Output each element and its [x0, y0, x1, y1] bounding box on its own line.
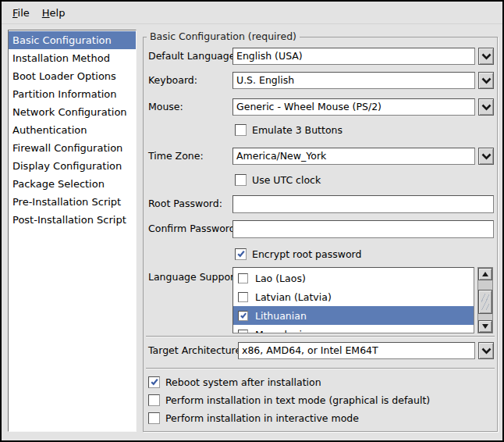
- time-zone-label: Time Zone:: [148, 148, 204, 165]
- text-mode-install-label: Perform installation in text mode (graph…: [165, 394, 430, 406]
- default-language-dropdown-button[interactable]: [478, 48, 494, 65]
- sidebar-item-basic-configuration[interactable]: Basic Configuration: [9, 31, 136, 49]
- keyboard-combo: U.S. English: [232, 72, 494, 89]
- encrypt-root-password-label: Encrypt root password: [252, 248, 361, 260]
- emulate-3-buttons-label: Emulate 3 Buttons: [252, 124, 343, 136]
- list-item-lithuanian[interactable]: Lithuanian: [233, 306, 474, 325]
- list-item-latvian[interactable]: Latvian (Latvia): [233, 287, 474, 306]
- mouse-dropdown-button[interactable]: [478, 98, 494, 116]
- target-architecture-value[interactable]: x86, AMD64, or Intel EM64T: [238, 342, 475, 359]
- chevron-down-icon: [481, 104, 492, 111]
- check-icon: [236, 249, 246, 258]
- list-item-label: Latvian (Latvia): [255, 291, 332, 303]
- chevron-down-icon: [481, 153, 492, 160]
- checkbox-icon: [235, 248, 247, 260]
- reboot-after-install-label: Reboot system after installation: [165, 376, 321, 388]
- keyboard-dropdown-button[interactable]: [478, 72, 494, 89]
- text-mode-install-checkbox[interactable]: Perform installation in text mode (graph…: [148, 394, 430, 406]
- check-icon: [240, 312, 247, 319]
- checkbox-icon: [235, 174, 247, 186]
- list-item-lao[interactable]: Lao (Laos): [233, 269, 474, 287]
- checkbox-icon: [148, 412, 160, 424]
- sidebar-item-boot-loader-options[interactable]: Boot Loader Options: [9, 67, 136, 85]
- menubar: File Help: [2, 2, 502, 24]
- list-item-label: Lao (Laos): [255, 273, 306, 284]
- checkbox-icon[interactable]: [238, 273, 248, 283]
- scroll-up-button[interactable]: [478, 268, 492, 280]
- list-item-macedonian[interactable]: Macedonian: [233, 325, 474, 333]
- time-zone-value[interactable]: America/New_York: [232, 148, 475, 165]
- menu-help-label: elp: [50, 7, 66, 19]
- basic-configuration-panel: Basic Configuration (required) Default L…: [143, 37, 498, 432]
- panel-title: Basic Configuration (required): [147, 30, 300, 42]
- sidebar-item-package-selection[interactable]: Package Selection: [9, 175, 136, 193]
- mouse-label: Mouse:: [148, 98, 183, 116]
- scroll-down-button[interactable]: [478, 320, 492, 333]
- root-password-input[interactable]: [232, 195, 494, 213]
- sidebar-item-network-configuration[interactable]: Network Configuration: [9, 103, 136, 121]
- interactive-install-label: Perform installation in interactive mode: [165, 412, 359, 424]
- list-item-label: Lithuanian: [255, 310, 307, 322]
- triangle-down-icon: [482, 324, 488, 329]
- chevron-down-icon: [481, 348, 492, 355]
- scrollbar-thumb[interactable]: [478, 290, 492, 314]
- checkbox-icon[interactable]: [238, 330, 248, 334]
- chevron-down-icon: [481, 53, 492, 60]
- sidebar-item-firewall-configuration[interactable]: Firewall Configuration: [9, 139, 136, 157]
- sidebar-item-pre-installation-script[interactable]: Pre-Installation Script: [9, 193, 136, 211]
- target-architecture-dropdown-button[interactable]: [478, 342, 494, 359]
- checkbox-icon[interactable]: [238, 292, 248, 302]
- triangle-up-icon: [482, 272, 488, 276]
- check-icon: [150, 377, 159, 387]
- sidebar-item-authentication[interactable]: Authentication: [9, 121, 136, 139]
- interactive-install-checkbox[interactable]: Perform installation in interactive mode: [148, 412, 359, 424]
- confirm-password-label: Confirm Password:: [148, 220, 239, 237]
- emulate-3-buttons-checkbox[interactable]: Emulate 3 Buttons: [235, 123, 343, 136]
- menu-file[interactable]: File: [6, 4, 36, 22]
- time-zone-dropdown-button[interactable]: [478, 148, 494, 165]
- checkbox-icon: [148, 376, 160, 388]
- default-language-label: Default Language:: [148, 48, 239, 65]
- menu-help[interactable]: Help: [36, 4, 72, 22]
- sidebar-item-post-installation-script[interactable]: Post-Installation Script: [9, 211, 136, 229]
- language-list-scrollbar[interactable]: [477, 267, 493, 333]
- target-architecture-label: Target Architecture:: [148, 342, 244, 359]
- checkbox-icon: [148, 394, 160, 406]
- checkbox-icon: [235, 124, 247, 136]
- separator: [146, 336, 495, 337]
- menu-file-label: ile: [18, 7, 30, 19]
- menu-help-mnemonic: H: [42, 7, 50, 19]
- list-item-label: Macedonian: [255, 329, 314, 334]
- language-support-list: Lao (Laos) Latvian (Latvia) Lithuanian M…: [232, 267, 474, 333]
- keyboard-label: Keyboard:: [148, 72, 197, 89]
- target-architecture-combo: x86, AMD64, or Intel EM64T: [238, 342, 494, 359]
- checkbox-icon[interactable]: [238, 311, 248, 321]
- sidebar-section-list: Basic Configuration Installation Method …: [8, 30, 137, 432]
- time-zone-combo: America/New_York: [232, 148, 494, 165]
- encrypt-root-password-checkbox[interactable]: Encrypt root password: [235, 248, 361, 260]
- default-language-value[interactable]: English (USA): [232, 48, 475, 65]
- kickstart-configurator-window: File Help Basic Configuration Installati…: [0, 0, 504, 442]
- sidebar-item-installation-method[interactable]: Installation Method: [9, 49, 136, 67]
- sidebar-item-partition-information[interactable]: Partition Information: [9, 85, 136, 103]
- mouse-value[interactable]: Generic - Wheel Mouse (PS/2): [232, 98, 475, 116]
- chevron-down-icon: [481, 77, 492, 84]
- default-language-combo: English (USA): [232, 48, 494, 65]
- sidebar-item-display-configuration[interactable]: Display Configuration: [9, 157, 136, 175]
- keyboard-value[interactable]: U.S. English: [232, 72, 475, 89]
- use-utc-clock-label: Use UTC clock: [252, 174, 321, 186]
- language-support-label: Language Support:: [148, 269, 241, 286]
- separator: [146, 368, 495, 369]
- confirm-password-input[interactable]: [232, 220, 494, 238]
- use-utc-clock-checkbox[interactable]: Use UTC clock: [235, 173, 321, 186]
- mouse-combo: Generic - Wheel Mouse (PS/2): [232, 98, 494, 116]
- reboot-after-install-checkbox[interactable]: Reboot system after installation: [148, 376, 321, 388]
- root-password-label: Root Password:: [148, 195, 222, 212]
